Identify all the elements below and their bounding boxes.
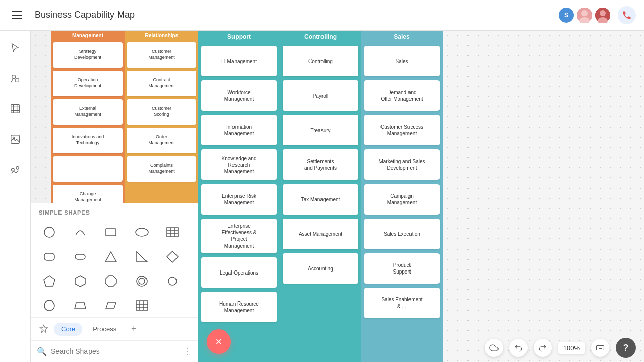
svg-point-11 [11, 168, 14, 171]
col-body-sales: Sales Demand andOffer Management Custome… [361, 43, 443, 362]
search-input[interactable] [51, 347, 179, 355]
col-header-controlling: Controlling [280, 31, 361, 43]
card-hr-mgmt: Human ResourceManagement [201, 292, 277, 322]
fab-button[interactable]: × [207, 329, 231, 354]
svg-point-4 [600, 10, 606, 16]
svg-rect-9 [11, 135, 19, 144]
card-campaign-mgmt: CampaignManagement [364, 184, 440, 215]
shape-octagon[interactable] [100, 270, 122, 292]
cloud-button[interactable] [485, 339, 503, 357]
search-area: 🔍 ⋮ [31, 340, 198, 362]
col-header-sales: Sales [361, 31, 443, 43]
shape-rectangle[interactable] [100, 222, 122, 243]
column-sales: Sales Sales Demand andOffer Management C… [361, 31, 443, 362]
shape-circle-outline[interactable] [131, 270, 153, 292]
shape-ellipse[interactable] [131, 222, 153, 243]
card-enterprise-risk: Enterprise RiskManagement [201, 184, 277, 215]
capability-map: Development NewProducts QualityManagemen… [198, 31, 443, 362]
shape-circle-fill[interactable] [39, 295, 60, 316]
svg-marker-27 [75, 276, 85, 287]
shape-triangle[interactable] [100, 246, 122, 267]
card-demand-offer: Demand andOffer Management [364, 80, 440, 111]
shape-hexagon[interactable] [70, 270, 91, 292]
col-body-controlling: Controlling Payroll Treasury Settlements… [280, 43, 361, 362]
shapes-section-label: SIMPLE SHAPES [31, 203, 198, 220]
column-support: Support IT Management WorkforceManagemen… [198, 31, 280, 362]
shape-circle-sm[interactable] [162, 270, 183, 292]
svg-rect-14 [106, 229, 116, 236]
svg-point-29 [137, 276, 147, 286]
shape-trapezoid[interactable] [70, 295, 91, 316]
keyboard-button[interactable] [591, 339, 609, 357]
svg-point-6 [12, 75, 15, 79]
svg-rect-7 [15, 79, 18, 82]
shapes-grid [31, 220, 198, 317]
shape-grid[interactable] [131, 295, 153, 316]
undo-button[interactable] [509, 339, 528, 357]
tab-process[interactable]: Process [85, 323, 124, 336]
sidebar-icon-shapes[interactable] [6, 69, 24, 87]
sidebar-icon-image[interactable] [6, 130, 24, 148]
tab-add-button[interactable]: + [127, 322, 141, 336]
svg-point-32 [44, 300, 54, 311]
card-it-mgmt: IT Management [201, 46, 277, 76]
sidebar-icon-draw[interactable] [6, 161, 24, 179]
redo-button[interactable] [534, 339, 552, 357]
main-area: Management StrategyDevelopment Operation… [0, 31, 644, 362]
card-enterprise-eff: EnterpriseEffectiveness &ProjectManageme… [201, 219, 277, 253]
header: Business Capability Map S [0, 0, 644, 31]
card-sales-enablement: Sales Enablement& ... [364, 288, 440, 318]
svg-point-13 [44, 227, 54, 237]
svg-point-15 [136, 228, 148, 236]
avatar-group: S [559, 6, 636, 24]
search-icon: 🔍 [37, 347, 47, 356]
shape-diamond[interactable] [162, 246, 183, 267]
sidebar-icon-frame[interactable] [6, 100, 24, 118]
card-workforce-mgmt: WorkforceManagement [201, 80, 277, 111]
svg-rect-8 [11, 105, 19, 113]
svg-marker-26 [44, 276, 55, 286]
svg-rect-16 [167, 228, 178, 237]
card-knowledge-mgmt: Knowledge andResearchManagement [201, 149, 277, 180]
avatar-s: S [559, 8, 574, 23]
card-legal-ops: Legal Operations [201, 257, 277, 288]
tab-core[interactable]: Core [54, 323, 82, 336]
card-sales: Sales [364, 46, 440, 76]
svg-marker-23 [105, 252, 116, 262]
shape-pill[interactable] [70, 246, 91, 267]
card-marketing-sales: Marketing and SalesDevelopment [364, 149, 440, 180]
svg-rect-41 [597, 346, 604, 350]
sidebar-icon-cursor[interactable] [6, 39, 24, 57]
svg-point-1 [581, 10, 588, 16]
svg-marker-28 [105, 276, 116, 287]
shape-circle[interactable] [39, 222, 60, 243]
page-title: Business Capability Map [35, 10, 559, 20]
panel-tabs: Core Process + [31, 317, 198, 340]
more-options-button[interactable]: ⋮ [183, 346, 192, 357]
card-product-support: ProductSupport [364, 253, 440, 284]
svg-rect-35 [136, 301, 148, 310]
svg-point-30 [139, 278, 145, 284]
shape-arc[interactable] [70, 222, 91, 243]
call-button[interactable] [618, 6, 636, 24]
column-controlling: Controlling Controlling Payroll Treasury… [280, 31, 361, 362]
tab-star-icon[interactable] [37, 322, 51, 336]
card-controlling: Controlling [283, 46, 358, 76]
svg-point-12 [16, 167, 19, 170]
zoom-level: 100% [558, 342, 585, 354]
canvas-area[interactable]: Development NewProducts QualityManagemen… [198, 31, 644, 362]
shape-rounded-rect[interactable] [39, 246, 60, 267]
shape-parallelogram[interactable] [100, 295, 122, 316]
avatar-p [577, 8, 592, 23]
help-button[interactable]: ? [616, 338, 636, 358]
shape-right-triangle[interactable] [131, 246, 153, 267]
menu-button[interactable] [8, 6, 26, 24]
card-treasury: Treasury [283, 115, 358, 145]
shape-pentagon[interactable] [39, 270, 60, 292]
shape-table[interactable] [162, 222, 183, 243]
avatar-r [595, 8, 610, 23]
svg-marker-24 [137, 252, 147, 262]
bottom-toolbar: 100% ? [477, 334, 644, 362]
col-body-support: IT Management WorkforceManagement Inform… [198, 43, 280, 362]
svg-marker-25 [167, 251, 178, 262]
